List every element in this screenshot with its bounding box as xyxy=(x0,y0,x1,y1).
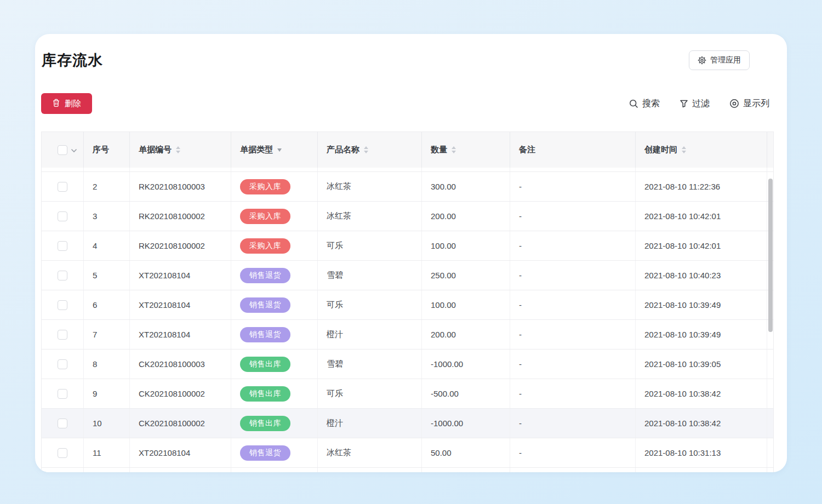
select-all-checkbox[interactable] xyxy=(58,145,67,155)
scrollbar-gutter-cell xyxy=(767,379,773,408)
column-header-product[interactable]: 产品名称 xyxy=(318,132,422,168)
qty-cell: -500.00 xyxy=(422,379,510,408)
row-checkbox[interactable] xyxy=(58,448,67,458)
remark-cell: - xyxy=(510,290,636,319)
partial-row xyxy=(42,168,773,172)
sort-icon[interactable] xyxy=(364,146,368,153)
select-cell xyxy=(42,261,84,290)
table-cell xyxy=(422,468,510,472)
qty-cell: -1000.00 xyxy=(422,409,510,438)
seq-cell: 6 xyxy=(84,290,130,319)
product-cell: 冰红茶 xyxy=(318,202,422,231)
table-cell xyxy=(422,168,510,171)
column-label: 产品名称 xyxy=(327,145,359,155)
table-row[interactable]: 2RK202108100003采购入库冰红茶300.00-2021-08-10 … xyxy=(42,172,773,202)
sort-icon[interactable] xyxy=(176,146,180,153)
search-label: 搜索 xyxy=(642,98,660,110)
doc-type-cell: 采购入库 xyxy=(231,202,318,231)
chevron-down-icon[interactable] xyxy=(71,145,77,154)
column-header-created[interactable]: 创建时间 xyxy=(636,132,767,168)
table-row[interactable]: 3RK202108100002采购入库冰红茶200.00-2021-08-10 … xyxy=(42,202,773,231)
table-cell xyxy=(510,168,636,171)
sort-ascending-icon xyxy=(176,146,180,149)
doc-no-cell: RK202108100002 xyxy=(130,231,231,260)
select-cell xyxy=(42,172,84,201)
table-row[interactable]: 7XT202108104销售退货橙汁200.00-2021-08-10 10:3… xyxy=(42,320,773,350)
doc-type-cell: 销售退货 xyxy=(231,290,318,319)
display-columns-button[interactable]: 显示列 xyxy=(729,98,769,110)
remark-cell: - xyxy=(510,379,636,408)
seq-cell: 4 xyxy=(84,231,130,260)
manage-app-button[interactable]: 管理应用 xyxy=(689,50,750,70)
column-header-qty[interactable]: 数量 xyxy=(422,132,510,168)
created-cell: 2021-08-10 10:38:42 xyxy=(636,409,767,438)
row-checkbox[interactable] xyxy=(58,389,67,399)
seq-cell: 11 xyxy=(84,438,130,467)
sort-descending-icon xyxy=(682,151,686,153)
sort-icon[interactable] xyxy=(452,146,456,153)
filter-button[interactable]: 过滤 xyxy=(680,98,710,110)
row-checkbox[interactable] xyxy=(58,182,67,192)
table-cell xyxy=(510,468,636,472)
doc-no-cell: RK202108100003 xyxy=(130,172,231,201)
doc-type-badge: 采购入库 xyxy=(240,179,290,194)
row-checkbox[interactable] xyxy=(58,271,67,280)
funnel-icon xyxy=(680,99,688,108)
select-cell xyxy=(42,231,84,260)
table-cell xyxy=(318,168,422,171)
qty-cell: 100.00 xyxy=(422,231,510,260)
table-row[interactable]: 5XT202108104销售退货雪碧250.00-2021-08-10 10:4… xyxy=(42,261,773,290)
column-header-doc_no[interactable]: 单据编号 xyxy=(130,132,231,168)
sort-icon[interactable] xyxy=(682,146,686,153)
seq-cell: 7 xyxy=(84,320,130,349)
table-cell xyxy=(130,168,231,171)
table-cell xyxy=(84,468,130,472)
table-cell xyxy=(636,468,767,472)
partial-row xyxy=(42,468,773,472)
trash-icon xyxy=(52,99,60,109)
product-cell: 冰红茶 xyxy=(318,172,422,201)
vertical-scrollbar-thumb[interactable] xyxy=(768,179,773,332)
scrollbar-gutter-cell xyxy=(767,438,773,467)
table-cell xyxy=(130,468,231,472)
product-cell: 冰红茶 xyxy=(318,438,422,467)
created-cell: 2021-08-10 10:31:13 xyxy=(636,438,767,467)
doc-no-cell: XT202108104 xyxy=(130,320,231,349)
product-cell: 可乐 xyxy=(318,231,422,260)
scrollbar-gutter-cell xyxy=(767,409,773,438)
row-checkbox[interactable] xyxy=(58,330,67,340)
doc-type-badge: 销售退货 xyxy=(240,445,290,461)
table-row[interactable]: 11XT202108104销售退货冰红茶50.00-2021-08-10 10:… xyxy=(42,438,773,468)
delete-button[interactable]: 删除 xyxy=(41,93,92,114)
table-cell xyxy=(42,468,84,472)
column-header-doc_type[interactable]: 单据类型 xyxy=(231,132,318,168)
doc-type-badge: 销售出库 xyxy=(240,416,290,431)
table-cell xyxy=(231,168,318,171)
seq-cell: 5 xyxy=(84,261,130,290)
doc-type-badge: 销售出库 xyxy=(240,357,290,372)
qty-cell: 200.00 xyxy=(422,202,510,231)
scrollbar-gutter-cell xyxy=(767,168,773,171)
column-label: 数量 xyxy=(431,145,447,155)
remark-cell: - xyxy=(510,409,636,438)
select-cell xyxy=(42,202,84,231)
qty-cell: 250.00 xyxy=(422,261,510,290)
table-row[interactable]: 8CK202108100003销售出库雪碧-1000.00-2021-08-10… xyxy=(42,350,773,379)
filter-caret-icon[interactable] xyxy=(277,148,282,152)
doc-type-badge: 采购入库 xyxy=(240,238,290,254)
table-row[interactable]: 6XT202108104销售退货可乐100.00-2021-08-10 10:3… xyxy=(42,290,773,320)
page-title: 库存流水 xyxy=(42,50,103,70)
table-row[interactable]: 10CK202108100002销售出库橙汁-1000.00-2021-08-1… xyxy=(42,409,773,438)
row-checkbox[interactable] xyxy=(58,241,67,251)
table-row[interactable]: 9CK202108100002销售出库可乐-500.00-2021-08-10 … xyxy=(42,379,773,409)
doc-type-cell: 采购入库 xyxy=(231,231,318,260)
row-checkbox[interactable] xyxy=(58,359,67,369)
search-button[interactable]: 搜索 xyxy=(629,98,660,110)
doc-type-cell: 销售出库 xyxy=(231,350,318,379)
table-cell xyxy=(231,468,318,472)
row-checkbox[interactable] xyxy=(58,419,67,428)
table-row[interactable]: 4RK202108100002采购入库可乐100.00-2021-08-10 1… xyxy=(42,231,773,261)
row-checkbox[interactable] xyxy=(58,300,67,310)
qty-cell: -1000.00 xyxy=(422,350,510,379)
row-checkbox[interactable] xyxy=(58,211,67,221)
